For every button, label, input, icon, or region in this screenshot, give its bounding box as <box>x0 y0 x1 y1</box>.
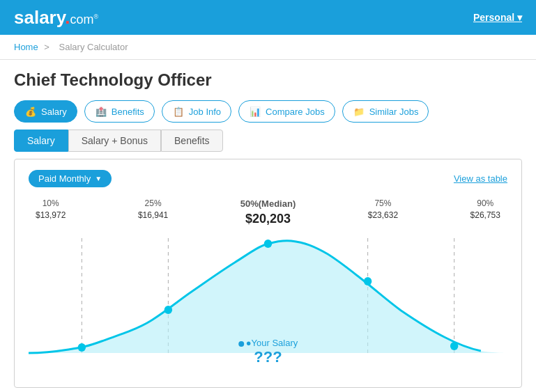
your-salary-dot <box>238 341 244 347</box>
nav-tabs: 💰 Salary 🏥 Benefits 📋 Job Info 📊 Compare… <box>0 97 536 130</box>
tab-similar-jobs-label: Similar Jobs <box>369 107 419 117</box>
view-as-table-link[interactable]: View as table <box>454 173 507 184</box>
tab-benefits-label: Benefits <box>112 107 144 117</box>
percentile-75: 75% $23,632 <box>368 198 398 221</box>
page-title: Chief Technology Officer <box>0 60 536 97</box>
header: salary.com® Personal ▾ <box>0 0 536 35</box>
your-salary-value: ??? <box>238 348 298 366</box>
breadcrumb-home[interactable]: Home <box>14 42 38 52</box>
sub-tab-salary-bonus[interactable]: Salary + Bonus <box>68 130 161 152</box>
logo-text: salary.com® <box>14 7 98 28</box>
chart-top-row: Paid Monthly ▼ View as table <box>29 170 507 187</box>
benefits-icon: 🏥 <box>95 105 107 118</box>
chart-svg: ●Your Salary ??? <box>29 231 507 373</box>
tab-job-info[interactable]: 📋 Job Info <box>162 100 231 123</box>
job-info-icon: 📋 <box>172 105 185 118</box>
your-salary-label: ●Your Salary <box>238 338 298 348</box>
sub-tab-salary[interactable]: Salary <box>14 130 68 152</box>
svg-point-6 <box>264 240 272 248</box>
tab-salary[interactable]: 💰 Salary <box>14 100 77 123</box>
percentile-90: 90% $26,753 <box>470 198 500 221</box>
breadcrumb-current: Salary Calculator <box>59 42 128 52</box>
percentile-25: 25% $16,941 <box>138 198 168 221</box>
tab-benefits[interactable]: 🏥 Benefits <box>84 100 155 123</box>
tab-job-info-label: Job Info <box>189 107 221 117</box>
tab-compare-jobs[interactable]: 📊 Compare Jobs <box>238 100 335 123</box>
chart-labels: 10% $13,972 25% $16,941 50%(Median) $20,… <box>29 198 507 228</box>
breadcrumb: Home > Salary Calculator <box>0 35 536 60</box>
paid-monthly-button[interactable]: Paid Monthly ▼ <box>29 170 112 187</box>
svg-point-8 <box>450 342 458 350</box>
dropdown-arrow-icon: ▼ <box>95 175 102 182</box>
tab-similar-jobs[interactable]: 📁 Similar Jobs <box>342 100 429 123</box>
logo: salary.com® <box>14 7 98 29</box>
svg-point-4 <box>78 343 86 352</box>
sub-tab-benefits[interactable]: Benefits <box>161 130 223 152</box>
chart-container: Paid Monthly ▼ View as table 10% $13,972… <box>14 159 522 388</box>
svg-point-7 <box>364 277 372 285</box>
salary-icon: 💰 <box>24 105 37 118</box>
sub-tabs: Salary Salary + Bonus Benefits <box>0 130 536 152</box>
paid-monthly-label: Paid Monthly <box>38 173 91 184</box>
svg-point-5 <box>164 306 172 314</box>
compare-jobs-icon: 📊 <box>249 105 261 118</box>
personal-menu[interactable]: Personal ▾ <box>473 12 522 23</box>
tab-salary-label: Salary <box>41 107 67 117</box>
tab-compare-jobs-label: Compare Jobs <box>266 107 325 117</box>
breadcrumb-separator: > <box>44 42 49 52</box>
percentile-50: 50%(Median) $20,203 <box>240 198 296 228</box>
percentile-10: 10% $13,972 <box>36 198 66 221</box>
similar-jobs-icon: 📁 <box>353 105 365 118</box>
